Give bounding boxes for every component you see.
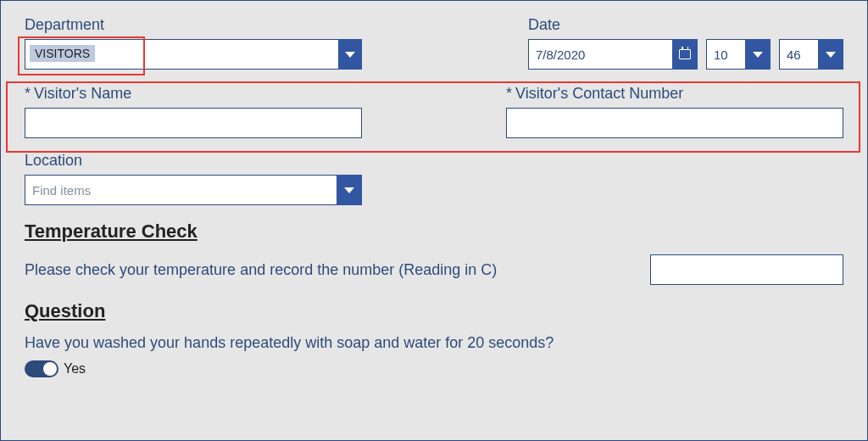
department-field: Department VISITORS: [25, 16, 362, 70]
chevron-down-icon: [344, 187, 354, 193]
location-field: Location: [25, 152, 843, 205]
calendar-icon: [679, 49, 691, 59]
date-field: Date: [528, 16, 843, 70]
handwash-toggle[interactable]: [25, 360, 58, 377]
required-mark: *: [506, 85, 512, 102]
location-label: Location: [25, 152, 843, 170]
question-heading: Question: [25, 300, 843, 322]
minute-input[interactable]: [779, 39, 818, 70]
location-input[interactable]: [25, 175, 337, 205]
department-label: Department: [25, 16, 362, 34]
chevron-down-icon: [753, 52, 763, 58]
required-mark: *: [25, 85, 31, 102]
temperature-prompt: Please check your temperature and record…: [25, 261, 497, 279]
visitor-contact-input[interactable]: [506, 108, 843, 138]
question-prompt: Have you washed your hands repeatedly wi…: [25, 334, 843, 352]
hour-dropdown-button[interactable]: [745, 39, 771, 70]
department-selected-value: VISITORS: [30, 45, 95, 62]
temperature-input[interactable]: [650, 254, 843, 285]
visitor-name-label: *Visitor's Name: [25, 85, 362, 103]
chevron-down-icon: [826, 52, 836, 58]
hour-input[interactable]: [706, 39, 745, 70]
minute-dropdown-button[interactable]: [818, 39, 843, 70]
toggle-label: Yes: [64, 361, 86, 377]
temperature-heading: Temperature Check: [25, 220, 843, 243]
chevron-down-icon: [345, 52, 355, 58]
visitor-contact-label: *Visitor's Contact Number: [506, 85, 843, 103]
department-dropdown-button[interactable]: [338, 39, 362, 70]
location-dropdown-button[interactable]: [337, 175, 362, 205]
visitor-contact-field: *Visitor's Contact Number: [506, 85, 843, 138]
date-picker-button[interactable]: [672, 39, 698, 70]
visitor-name-input[interactable]: [25, 108, 362, 138]
department-select[interactable]: VISITORS: [25, 39, 338, 70]
date-label: Date: [528, 16, 843, 34]
date-input[interactable]: [528, 39, 672, 70]
visitor-name-field: *Visitor's Name: [25, 85, 362, 138]
